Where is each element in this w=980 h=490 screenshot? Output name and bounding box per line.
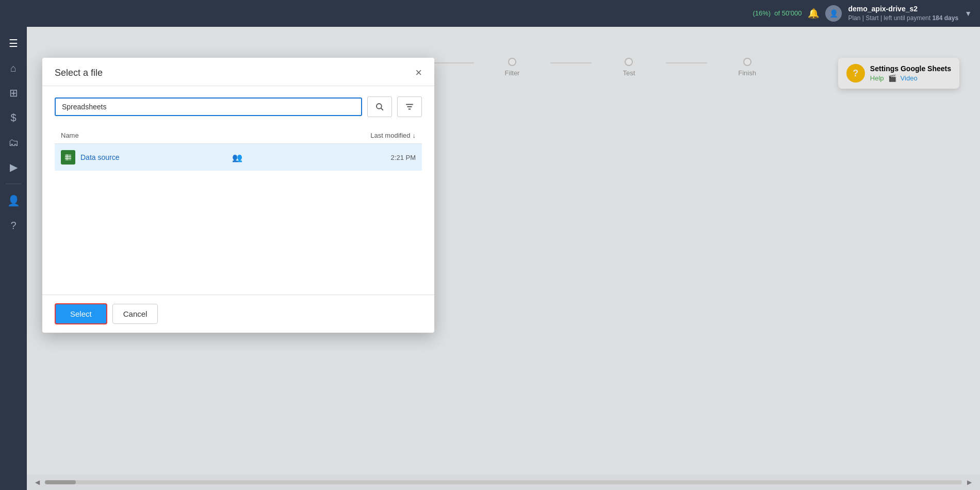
sort-down-icon: ↓ — [413, 132, 416, 139]
file-table-header: Name Last modified ↓ — [55, 127, 422, 144]
stats-percent: (16%) — [753, 9, 771, 17]
search-icon — [375, 102, 384, 111]
cancel-button[interactable]: Cancel — [112, 304, 158, 324]
col-modified-label: Last modified ↓ — [370, 132, 416, 139]
file-table: Name Last modified ↓ — [55, 127, 422, 171]
select-file-dialog: Select a file × — [42, 58, 434, 333]
content-area: Access Settings Filter Test — [27, 27, 980, 490]
search-button[interactable] — [367, 96, 392, 117]
sidebar-item-briefcase[interactable]: 🗂 — [3, 132, 24, 153]
user-info: demo_apix-drive_s2 Plan | Start | left u… — [848, 4, 958, 23]
sort-button[interactable] — [397, 96, 422, 117]
sidebar-item-dollar[interactable]: $ — [3, 107, 24, 128]
sidebar-item-help[interactable]: ? — [3, 215, 24, 236]
sidebar: ☰ ⌂ ⊞ $ 🗂 ▶ 👤 ? — [0, 27, 27, 490]
svg-point-0 — [377, 104, 382, 109]
file-date: 2:21 PM — [391, 154, 416, 161]
sidebar-item-network[interactable]: ⊞ — [3, 83, 24, 103]
dialog-header: Select a file × — [42, 58, 434, 86]
sort-icon — [405, 102, 414, 111]
sidebar-item-youtube[interactable]: ▶ — [3, 157, 24, 177]
search-row — [55, 96, 422, 117]
spreadsheet-icon — [61, 150, 75, 165]
topbar-right: (16%) of 50'000 🔔 👤 demo_apix-drive_s2 P… — [753, 4, 972, 23]
col-name-label: Name — [61, 132, 370, 139]
dialog-title: Select a file — [55, 68, 103, 78]
plan-label: Plan | Start | left until payment 184 da… — [848, 14, 958, 23]
shared-icon: 👥 — [232, 153, 242, 162]
main-layout: ☰ ⌂ ⊞ $ 🗂 ▶ 👤 ? Access Settings — [0, 27, 980, 490]
sidebar-item-menu[interactable]: ☰ — [3, 33, 24, 54]
close-icon[interactable]: × — [415, 67, 422, 78]
topbar: (16%) of 50'000 🔔 👤 demo_apix-drive_s2 P… — [0, 0, 980, 27]
sidebar-item-user[interactable]: 👤 — [3, 190, 24, 211]
topbar-stats: (16%) of 50'000 — [753, 9, 802, 17]
dialog-body: Name Last modified ↓ — [42, 86, 434, 295]
select-button[interactable]: Select — [55, 303, 107, 324]
sidebar-divider — [6, 184, 21, 184]
table-row[interactable]: Data source 👥 2:21 PM — [55, 144, 422, 171]
username: demo_apix-drive_s2 — [848, 4, 958, 14]
svg-rect-5 — [65, 154, 71, 160]
sidebar-item-home[interactable]: ⌂ — [3, 58, 24, 78]
chevron-down-icon[interactable]: ▼ — [965, 9, 972, 18]
search-input[interactable] — [55, 97, 362, 116]
avatar: 👤 — [825, 5, 842, 22]
bell-icon[interactable]: 🔔 — [808, 8, 819, 19]
dialog-footer: Select Cancel — [42, 295, 434, 333]
dialog-spacer — [55, 171, 422, 284]
file-name: Data source — [80, 153, 229, 161]
svg-line-1 — [381, 108, 383, 110]
